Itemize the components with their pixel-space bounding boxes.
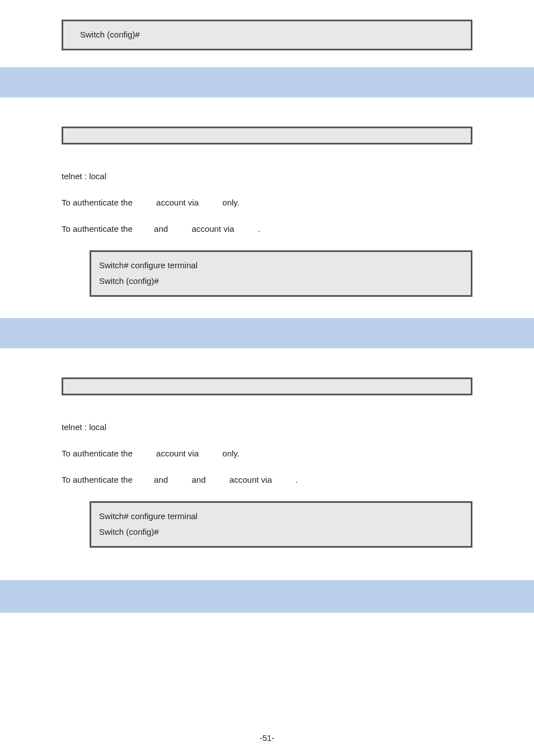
code-line: Switch (config)# [99,273,463,290]
code-line: Switch (config)# [80,27,454,43]
auth-line-1a: To authenticate the account via only. [62,198,472,207]
text-fragment: To authenticate the [62,198,133,207]
text-fragment: only. [222,449,240,458]
auth-line-2b: To authenticate the and and account via … [62,475,472,484]
text-fragment: . [258,224,260,234]
section-heading-bar-2 [0,318,534,348]
example-box-1: Switch# configure terminal Switch (confi… [90,250,472,297]
text-fragment: account via [156,198,199,207]
section-heading-bar-1 [0,67,534,97]
default-line-1: telnet : local [62,171,472,181]
default-line-2: telnet : local [62,422,472,432]
page-number: -51- [0,733,534,743]
syntax-box-2 [62,377,472,395]
auth-line-1b: To authenticate the and account via . [62,224,472,234]
text-fragment: To authenticate the [62,475,133,484]
text-fragment: account via [156,449,199,458]
text-fragment: and [154,224,168,234]
text-fragment: and [154,475,168,484]
section-heading-bar-3 [0,580,534,613]
code-line: Switch (config)# [99,524,463,540]
text-fragment: . [296,475,298,484]
text-fragment: To authenticate the [62,449,133,458]
text-fragment: To authenticate the [62,224,133,234]
text-fragment: only. [222,198,240,207]
code-line: Switch# configure terminal [99,508,463,525]
syntax-box-1 [62,127,472,144]
example-box-2: Switch# configure terminal Switch (confi… [90,501,472,548]
text-fragment: account via [229,475,272,484]
code-line: Switch# configure terminal [99,258,463,274]
auth-line-2a: To authenticate the account via only. [62,449,472,458]
top-code-box: Switch (config)# [62,20,472,50]
text-fragment: account via [191,224,234,234]
text-fragment: and [191,475,205,484]
